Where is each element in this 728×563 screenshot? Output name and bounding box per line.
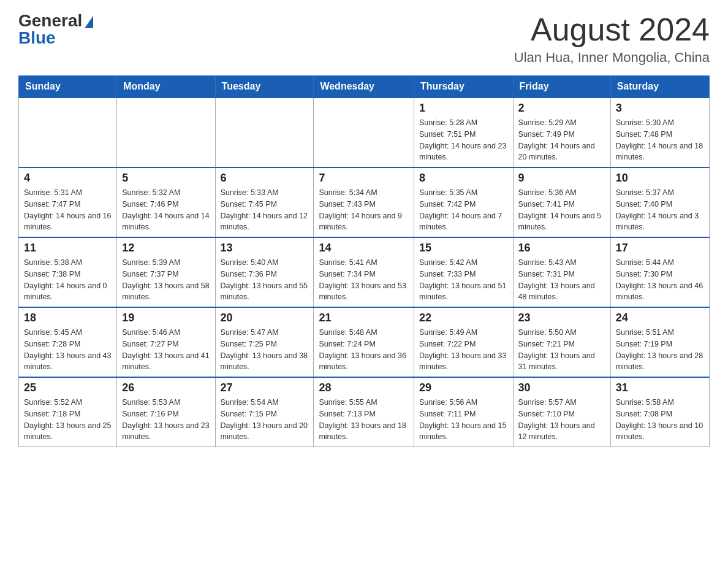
day-info: Sunrise: 5:53 AMSunset: 7:16 PMDaylight:… — [122, 397, 210, 443]
day-info: Sunrise: 5:38 AMSunset: 7:38 PMDaylight:… — [24, 257, 112, 303]
day-number: 13 — [221, 242, 309, 255]
day-number: 19 — [122, 312, 210, 324]
day-info: Sunrise: 5:30 AMSunset: 7:48 PMDaylight:… — [616, 117, 704, 163]
calendar-cell: 1Sunrise: 5:28 AMSunset: 7:51 PMDaylight… — [414, 98, 513, 167]
day-number: 21 — [319, 312, 408, 324]
day-info: Sunrise: 5:35 AMSunset: 7:42 PMDaylight:… — [419, 187, 508, 233]
day-number: 23 — [518, 312, 605, 324]
day-number: 28 — [319, 381, 408, 394]
day-number: 22 — [419, 312, 508, 324]
day-info: Sunrise: 5:44 AMSunset: 7:30 PMDaylight:… — [616, 257, 704, 303]
calendar-cell: 11Sunrise: 5:38 AMSunset: 7:38 PMDayligh… — [19, 237, 117, 307]
logo: General Blue — [18, 12, 93, 47]
day-info: Sunrise: 5:29 AMSunset: 7:49 PMDaylight:… — [518, 117, 605, 163]
calendar-cell: 30Sunrise: 5:57 AMSunset: 7:10 PMDayligh… — [513, 377, 610, 447]
col-friday: Friday — [513, 76, 610, 98]
day-number: 8 — [419, 172, 508, 185]
day-number: 6 — [221, 172, 309, 185]
calendar-cell: 15Sunrise: 5:42 AMSunset: 7:33 PMDayligh… — [414, 237, 513, 307]
day-number: 2 — [518, 102, 605, 115]
day-info: Sunrise: 5:56 AMSunset: 7:11 PMDaylight:… — [419, 397, 508, 443]
day-number: 27 — [221, 381, 309, 394]
calendar-cell: 29Sunrise: 5:56 AMSunset: 7:11 PMDayligh… — [414, 377, 513, 447]
calendar-week-row-1: 1Sunrise: 5:28 AMSunset: 7:51 PMDaylight… — [19, 98, 710, 167]
col-tuesday: Tuesday — [215, 76, 314, 98]
day-number: 25 — [24, 381, 112, 394]
month-title: August 2024 — [514, 12, 710, 47]
calendar-cell: 20Sunrise: 5:47 AMSunset: 7:25 PMDayligh… — [215, 307, 314, 377]
calendar-table: Sunday Monday Tuesday Wednesday Thursday… — [18, 75, 710, 447]
col-wednesday: Wednesday — [314, 76, 414, 98]
calendar-week-row-2: 4Sunrise: 5:31 AMSunset: 7:47 PMDaylight… — [19, 167, 710, 237]
calendar-cell: 28Sunrise: 5:55 AMSunset: 7:13 PMDayligh… — [314, 377, 414, 447]
calendar-week-row-4: 18Sunrise: 5:45 AMSunset: 7:28 PMDayligh… — [19, 307, 710, 377]
day-number: 5 — [122, 172, 210, 185]
calendar-cell — [314, 98, 414, 167]
day-info: Sunrise: 5:36 AMSunset: 7:41 PMDaylight:… — [518, 187, 605, 233]
day-number: 4 — [24, 172, 112, 185]
calendar-cell: 8Sunrise: 5:35 AMSunset: 7:42 PMDaylight… — [414, 167, 513, 237]
day-info: Sunrise: 5:32 AMSunset: 7:46 PMDaylight:… — [122, 187, 210, 233]
day-info: Sunrise: 5:34 AMSunset: 7:43 PMDaylight:… — [319, 187, 408, 233]
day-number: 10 — [616, 172, 704, 185]
day-number: 30 — [518, 381, 605, 394]
day-info: Sunrise: 5:48 AMSunset: 7:24 PMDaylight:… — [319, 327, 408, 373]
calendar-cell: 24Sunrise: 5:51 AMSunset: 7:19 PMDayligh… — [610, 307, 709, 377]
calendar-cell: 14Sunrise: 5:41 AMSunset: 7:34 PMDayligh… — [314, 237, 414, 307]
day-number: 24 — [616, 312, 704, 324]
day-number: 29 — [419, 381, 508, 394]
title-area: August 2024 Ulan Hua, Inner Mongolia, Ch… — [514, 12, 710, 66]
day-info: Sunrise: 5:31 AMSunset: 7:47 PMDaylight:… — [24, 187, 112, 233]
day-info: Sunrise: 5:41 AMSunset: 7:34 PMDaylight:… — [319, 257, 408, 303]
calendar-cell — [215, 98, 314, 167]
day-number: 31 — [616, 381, 704, 394]
calendar-cell: 31Sunrise: 5:58 AMSunset: 7:08 PMDayligh… — [610, 377, 709, 447]
day-number: 16 — [518, 242, 605, 255]
calendar-cell: 6Sunrise: 5:33 AMSunset: 7:45 PMDaylight… — [215, 167, 314, 237]
calendar-cell: 2Sunrise: 5:29 AMSunset: 7:49 PMDaylight… — [513, 98, 610, 167]
day-info: Sunrise: 5:51 AMSunset: 7:19 PMDaylight:… — [616, 327, 704, 373]
col-thursday: Thursday — [414, 76, 513, 98]
logo-blue-text: Blue — [18, 29, 56, 47]
day-info: Sunrise: 5:46 AMSunset: 7:27 PMDaylight:… — [122, 327, 210, 373]
day-info: Sunrise: 5:55 AMSunset: 7:13 PMDaylight:… — [319, 397, 408, 443]
day-info: Sunrise: 5:28 AMSunset: 7:51 PMDaylight:… — [419, 117, 508, 163]
calendar-week-row-3: 11Sunrise: 5:38 AMSunset: 7:38 PMDayligh… — [19, 237, 710, 307]
calendar-cell: 7Sunrise: 5:34 AMSunset: 7:43 PMDaylight… — [314, 167, 414, 237]
day-number: 3 — [616, 102, 704, 115]
calendar-cell: 21Sunrise: 5:48 AMSunset: 7:24 PMDayligh… — [314, 307, 414, 377]
col-monday: Monday — [117, 76, 215, 98]
calendar-header-row: Sunday Monday Tuesday Wednesday Thursday… — [19, 76, 710, 98]
day-info: Sunrise: 5:57 AMSunset: 7:10 PMDaylight:… — [518, 397, 605, 443]
day-info: Sunrise: 5:54 AMSunset: 7:15 PMDaylight:… — [221, 397, 309, 443]
calendar-cell: 5Sunrise: 5:32 AMSunset: 7:46 PMDaylight… — [117, 167, 215, 237]
calendar-cell: 19Sunrise: 5:46 AMSunset: 7:27 PMDayligh… — [117, 307, 215, 377]
day-number: 12 — [122, 242, 210, 255]
day-number: 15 — [419, 242, 508, 255]
col-sunday: Sunday — [19, 76, 117, 98]
day-number: 17 — [616, 242, 704, 255]
calendar-cell: 10Sunrise: 5:37 AMSunset: 7:40 PMDayligh… — [610, 167, 709, 237]
calendar-cell: 22Sunrise: 5:49 AMSunset: 7:22 PMDayligh… — [414, 307, 513, 377]
header: General Blue August 2024 Ulan Hua, Inner… — [18, 12, 710, 66]
calendar-cell: 17Sunrise: 5:44 AMSunset: 7:30 PMDayligh… — [610, 237, 709, 307]
day-info: Sunrise: 5:50 AMSunset: 7:21 PMDaylight:… — [518, 327, 605, 373]
day-number: 20 — [221, 312, 309, 324]
location-title: Ulan Hua, Inner Mongolia, China — [514, 50, 710, 66]
day-number: 14 — [319, 242, 408, 255]
day-info: Sunrise: 5:43 AMSunset: 7:31 PMDaylight:… — [518, 257, 605, 303]
day-info: Sunrise: 5:37 AMSunset: 7:40 PMDaylight:… — [616, 187, 704, 233]
day-info: Sunrise: 5:33 AMSunset: 7:45 PMDaylight:… — [221, 187, 309, 233]
day-number: 26 — [122, 381, 210, 394]
day-info: Sunrise: 5:45 AMSunset: 7:28 PMDaylight:… — [24, 327, 112, 373]
day-info: Sunrise: 5:42 AMSunset: 7:33 PMDaylight:… — [419, 257, 508, 303]
calendar-cell: 3Sunrise: 5:30 AMSunset: 7:48 PMDaylight… — [610, 98, 709, 167]
calendar-cell: 13Sunrise: 5:40 AMSunset: 7:36 PMDayligh… — [215, 237, 314, 307]
day-number: 7 — [319, 172, 408, 185]
calendar-cell — [117, 98, 215, 167]
calendar-cell: 27Sunrise: 5:54 AMSunset: 7:15 PMDayligh… — [215, 377, 314, 447]
day-info: Sunrise: 5:39 AMSunset: 7:37 PMDaylight:… — [122, 257, 210, 303]
day-info: Sunrise: 5:47 AMSunset: 7:25 PMDaylight:… — [221, 327, 309, 373]
day-number: 18 — [24, 312, 112, 324]
calendar-cell: 4Sunrise: 5:31 AMSunset: 7:47 PMDaylight… — [19, 167, 117, 237]
